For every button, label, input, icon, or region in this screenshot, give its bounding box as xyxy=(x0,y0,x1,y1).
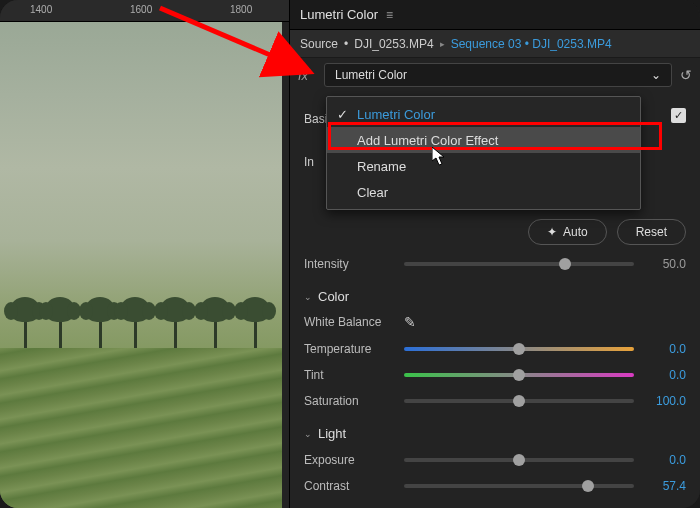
effect-dropdown-menu: Lumetri Color Add Lumetri Color Effect R… xyxy=(326,96,641,210)
ruler: 1400 1600 1800 xyxy=(0,0,289,22)
preview-panel: 1400 1600 1800 xyxy=(0,0,290,508)
panel-header: Lumetri Color ≡ xyxy=(290,0,700,30)
source-file[interactable]: DJI_0253.MP4 xyxy=(354,37,433,51)
ruler-mark: 1800 xyxy=(230,4,252,15)
panel-title[interactable]: Lumetri Color xyxy=(300,7,378,22)
lumetri-panel: Lumetri Color ≡ Source • DJI_0253.MP4 ▸ … xyxy=(290,0,700,508)
wand-icon: ✦ xyxy=(547,225,557,239)
video-preview[interactable] xyxy=(0,22,282,508)
chevron-right-icon: ▸ xyxy=(440,39,445,49)
cursor-icon xyxy=(432,147,448,170)
intensity-slider[interactable]: Intensity 50.0 xyxy=(304,257,686,271)
section-toggle-checkbox[interactable]: ✓ xyxy=(671,108,686,123)
source-breadcrumb: Source • DJI_0253.MP4 ▸ Sequence 03 • DJ… xyxy=(290,30,700,58)
panel-menu-icon[interactable]: ≡ xyxy=(386,8,393,22)
tint-slider[interactable]: Tint 0.0 xyxy=(304,368,686,382)
menu-item-current[interactable]: Lumetri Color xyxy=(327,101,640,127)
chevron-down-icon: ⌄ xyxy=(304,429,312,439)
menu-item-add-effect[interactable]: Add Lumetri Color Effect xyxy=(327,127,640,153)
fx-icon[interactable]: fx xyxy=(298,68,316,83)
basic-correction-label: Basi xyxy=(304,112,327,126)
contrast-slider[interactable]: Contrast 57.4 xyxy=(304,479,686,493)
fx-row: fx Lumetri Color ⌄ ↺ xyxy=(290,58,700,92)
ruler-mark: 1400 xyxy=(30,4,52,15)
menu-item-clear[interactable]: Clear xyxy=(327,179,640,205)
ruler-mark: 1600 xyxy=(130,4,152,15)
saturation-slider[interactable]: Saturation 100.0 xyxy=(304,394,686,408)
exposure-slider[interactable]: Exposure 0.0 xyxy=(304,453,686,467)
light-group[interactable]: ⌄ Light xyxy=(304,426,686,441)
menu-item-rename[interactable]: Rename xyxy=(327,153,640,179)
chevron-down-icon: ⌄ xyxy=(651,68,661,82)
color-group[interactable]: ⌄ Color xyxy=(304,289,686,304)
source-label: Source xyxy=(300,37,338,51)
reset-icon[interactable]: ↺ xyxy=(680,67,692,83)
white-balance-label: White Balance xyxy=(304,315,394,329)
sequence-link[interactable]: Sequence 03 • DJI_0253.MP4 xyxy=(451,37,612,51)
temperature-slider[interactable]: Temperature 0.0 xyxy=(304,342,686,356)
input-lut-label: In xyxy=(304,155,314,169)
reset-button[interactable]: Reset xyxy=(617,219,686,245)
effect-dropdown[interactable]: Lumetri Color ⌄ xyxy=(324,63,672,87)
chevron-down-icon: ⌄ xyxy=(304,292,312,302)
auto-button[interactable]: ✦ Auto xyxy=(528,219,607,245)
dropdown-current: Lumetri Color xyxy=(335,68,407,82)
eyedropper-icon[interactable]: ✎ xyxy=(404,314,416,330)
